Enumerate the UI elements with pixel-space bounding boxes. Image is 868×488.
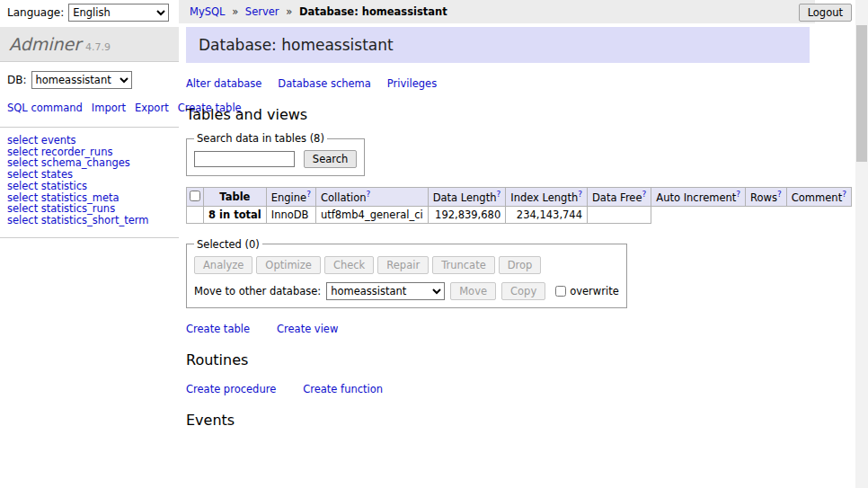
sidebar: Adminer4.7.9 DB: homeassistant SQL comma…	[0, 23, 179, 488]
breadcrumb-current: Database: homeassistant	[299, 5, 447, 18]
sidebar-actions: SQL commandImportExportCreate table	[0, 98, 179, 128]
routine-link[interactable]: Create procedure	[186, 383, 276, 395]
nav-link[interactable]: Alter database	[186, 77, 261, 90]
create-links: Create tableCreate view	[186, 323, 810, 335]
nav-link[interactable]: Privileges	[387, 77, 437, 90]
column-help-link[interactable]: ?	[736, 190, 740, 199]
app-version: 4.7.9	[85, 41, 111, 53]
language-select[interactable]: English	[68, 4, 169, 22]
column-header: Comment?	[786, 188, 851, 207]
logout-button[interactable]: Logout	[799, 4, 852, 22]
total-row: 8 in total InnoDB utf8mb4_general_ci 192…	[187, 206, 852, 223]
scrollbar-thumb[interactable]	[856, 25, 867, 162]
action-button[interactable]: Truncate	[432, 256, 495, 274]
create-link[interactable]: Create table	[186, 323, 250, 335]
breadcrumb-link-mysql[interactable]: MySQL	[190, 5, 226, 18]
column-help-link[interactable]: ?	[777, 190, 782, 199]
column-header-label: Table	[219, 191, 250, 203]
sidebar-table-link[interactable]: select statistics_short_term	[7, 214, 148, 226]
adminer-app: Language: English MySQL » Server » Datab…	[0, 0, 868, 488]
column-header: Collation?	[315, 188, 428, 207]
column-header-label: Data Free	[592, 191, 642, 204]
total-empty-cell	[187, 206, 204, 223]
selected-actions: AnalyzeOptimizeCheckRepairTruncateDrop	[194, 256, 619, 274]
total-label-cell: 8 in total	[204, 206, 267, 223]
breadcrumb: MySQL » Server » Database: homeassistant	[179, 0, 815, 23]
column-help-link[interactable]: ?	[496, 190, 500, 199]
move-db-select[interactable]: homeassistant	[326, 282, 445, 300]
overwrite-checkbox[interactable]	[555, 286, 566, 297]
breadcrumb-separator: »	[232, 5, 238, 18]
action-button[interactable]: Check	[324, 256, 374, 274]
move-label: Move to other database:	[194, 285, 321, 297]
events-heading: Events	[186, 412, 810, 429]
move-button[interactable]: Move	[450, 282, 496, 300]
action-button[interactable]: Drop	[499, 256, 542, 274]
page-title: Database: homeassistant	[186, 27, 810, 63]
vertical-scrollbar[interactable]	[855, 0, 868, 488]
breadcrumb-link-server[interactable]: Server	[245, 5, 279, 18]
overwrite-option: overwrite	[554, 285, 619, 297]
column-header-label: Collation	[321, 191, 367, 204]
column-header-label: Index Length	[510, 191, 578, 204]
db-selector-row: DB: homeassistant	[0, 62, 179, 98]
move-row: Move to other database: homeassistant Mo…	[194, 282, 619, 300]
column-header-label: Engine	[271, 191, 306, 204]
routines-heading: Routines	[186, 351, 810, 368]
table-header-row: Table? Engine? Collation? Data Length? I…	[187, 188, 852, 207]
column-help-link[interactable]: ?	[306, 190, 311, 199]
database-nav-links: Alter databaseDatabase schemaPrivileges	[186, 77, 810, 90]
column-header-label: Data Length	[433, 191, 497, 204]
sidebar-action-link[interactable]: SQL command	[7, 102, 83, 114]
column-help-link[interactable]: ?	[578, 190, 582, 199]
main-content: Database: homeassistant Alter databaseDa…	[186, 23, 810, 488]
total-engine-cell: InnoDB	[266, 206, 315, 223]
tables-overview-table: Table? Engine? Collation? Data Length? I…	[186, 187, 852, 224]
column-header-label: Comment	[792, 191, 842, 204]
app-name: Adminer	[9, 34, 81, 54]
breadcrumb-separator: »	[286, 5, 292, 18]
column-header: Index Length?	[506, 188, 588, 207]
action-button[interactable]: Analyze	[194, 256, 252, 274]
overwrite-label: overwrite	[570, 285, 619, 297]
tables-heading: Tables and views	[186, 106, 810, 123]
selected-legend: Selected (0)	[194, 238, 262, 251]
column-header: Auto Increment?	[651, 188, 746, 207]
column-header: Data Free?	[588, 188, 651, 207]
action-button[interactable]: Optimize	[256, 256, 321, 274]
routine-links: Create procedureCreate function	[186, 383, 810, 395]
search-input[interactable]	[194, 151, 295, 167]
nav-link[interactable]: Database schema	[278, 77, 370, 90]
search-button[interactable]: Search	[304, 150, 358, 168]
adminer-title: Adminer4.7.9	[0, 27, 179, 62]
action-button[interactable]: Repair	[377, 256, 429, 274]
column-header-label: Auto Increment	[656, 191, 736, 204]
sidebar-table-item: select statistics_short_term	[7, 215, 172, 226]
total-data-free-cell	[588, 206, 651, 223]
column-header-label: Rows	[750, 191, 777, 204]
column-help-link[interactable]: ?	[367, 190, 371, 199]
db-label: DB:	[7, 74, 27, 86]
column-header: Engine?	[266, 188, 315, 207]
total-index-length-cell: 234,143,744	[506, 206, 588, 223]
language-row: Language: English	[7, 4, 169, 22]
column-help-link[interactable]: ?	[842, 190, 846, 199]
column-help-link[interactable]: ?	[642, 190, 647, 199]
create-link[interactable]: Create view	[277, 323, 338, 335]
select-all-header-cell	[187, 188, 204, 207]
sidebar-table-list: select eventsselect recorder_runsselect …	[0, 128, 179, 238]
column-header: Rows?	[746, 188, 787, 207]
sidebar-action-link[interactable]: Import	[92, 102, 126, 114]
sidebar-action-link[interactable]: Export	[135, 102, 169, 114]
total-collation-cell: utf8mb4_general_ci	[315, 206, 428, 223]
column-header: Data Length?	[428, 188, 506, 207]
total-data-length-cell: 192,839,680	[428, 206, 506, 223]
column-header: Table?	[204, 188, 267, 207]
language-label: Language:	[7, 6, 64, 19]
search-legend: Search data in tables (8)	[194, 132, 327, 145]
select-all-checkbox[interactable]	[190, 191, 200, 201]
copy-button[interactable]: Copy	[501, 282, 545, 300]
selected-fieldset: Selected (0) AnalyzeOptimizeCheckRepairT…	[186, 238, 627, 308]
db-select[interactable]: homeassistant	[31, 71, 132, 89]
routine-link[interactable]: Create function	[303, 383, 383, 395]
